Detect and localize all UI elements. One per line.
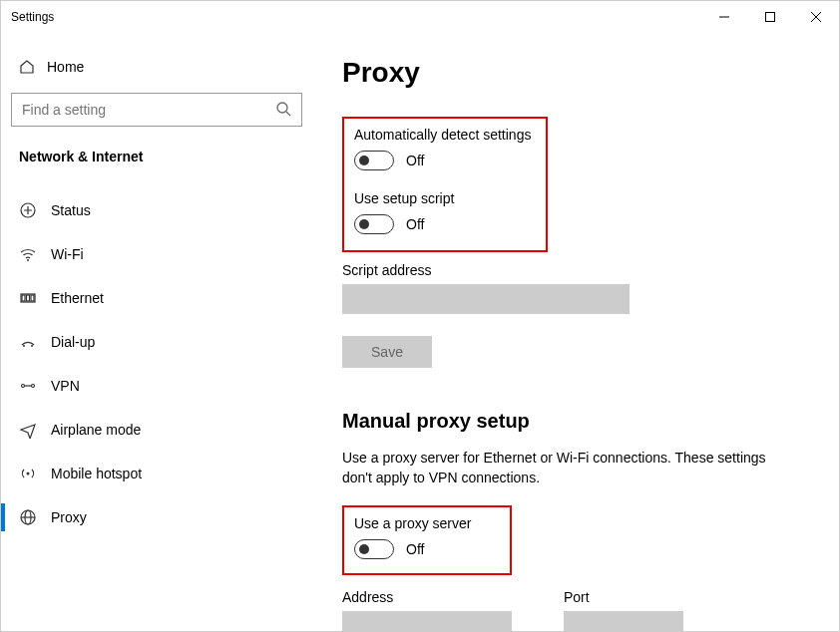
main-panel: Proxy Automatically detect settings Off … xyxy=(312,33,839,631)
sidebar-item-hotspot[interactable]: Mobile hotspot xyxy=(7,452,306,495)
sidebar-item-ethernet[interactable]: Ethernet xyxy=(7,276,306,320)
vpn-icon xyxy=(19,377,51,395)
auto-detect-toggle[interactable] xyxy=(354,151,394,170)
page-title: Proxy xyxy=(342,57,815,89)
highlight-auto-section: Automatically detect settings Off Use se… xyxy=(342,117,548,252)
svg-point-13 xyxy=(31,345,33,347)
ethernet-icon xyxy=(19,289,51,307)
svg-rect-9 xyxy=(22,295,25,301)
manual-desc: Use a proxy server for Ethernet or Wi-Fi… xyxy=(342,449,781,487)
auto-detect-label: Automatically detect settings xyxy=(354,127,536,143)
sidebar: Home Network & Internet Status xyxy=(1,33,312,631)
home-button[interactable]: Home xyxy=(7,47,306,87)
svg-point-14 xyxy=(22,385,25,388)
sidebar-item-label: VPN xyxy=(51,378,80,394)
svg-point-15 xyxy=(32,385,35,388)
sidebar-item-wifi[interactable]: Wi-Fi xyxy=(7,232,306,276)
sidebar-item-label: Airplane mode xyxy=(51,422,141,438)
sidebar-item-label: Wi-Fi xyxy=(51,246,84,262)
svg-point-4 xyxy=(277,103,287,113)
sidebar-item-dialup[interactable]: Dial-up xyxy=(7,320,306,364)
port-input[interactable] xyxy=(564,611,683,631)
search-box[interactable] xyxy=(11,93,302,127)
sidebar-item-label: Status xyxy=(51,202,91,218)
address-label: Address xyxy=(342,589,512,605)
maximize-button[interactable] xyxy=(747,1,793,33)
window-title: Settings xyxy=(11,10,54,24)
use-proxy-state: Off xyxy=(406,541,424,557)
use-proxy-label: Use a proxy server xyxy=(354,515,500,531)
home-icon xyxy=(19,59,47,75)
setup-script-label: Use setup script xyxy=(354,190,536,206)
svg-line-5 xyxy=(286,112,290,116)
hotspot-icon xyxy=(19,465,51,482)
window-controls xyxy=(701,1,839,33)
sidebar-item-airplane[interactable]: Airplane mode xyxy=(7,408,306,452)
script-address-label: Script address xyxy=(342,262,815,278)
use-proxy-toggle[interactable] xyxy=(354,539,394,559)
sidebar-item-label: Proxy xyxy=(51,509,87,525)
svg-rect-1 xyxy=(766,13,775,22)
port-label: Port xyxy=(564,589,683,605)
svg-point-7 xyxy=(27,259,29,261)
proxy-icon xyxy=(19,508,51,526)
setup-script-toggle[interactable] xyxy=(354,214,394,234)
sidebar-item-label: Dial-up xyxy=(51,334,95,350)
save-button[interactable]: Save xyxy=(342,336,432,368)
home-label: Home xyxy=(47,59,84,75)
script-address-input[interactable] xyxy=(342,284,630,314)
svg-rect-11 xyxy=(31,295,34,301)
titlebar: Settings xyxy=(1,1,839,33)
auto-detect-state: Off xyxy=(406,153,424,168)
sidebar-item-status[interactable]: Status xyxy=(7,188,306,232)
manual-title: Manual proxy setup xyxy=(342,410,815,433)
setup-script-state: Off xyxy=(406,216,424,232)
status-icon xyxy=(19,201,51,219)
sidebar-item-label: Mobile hotspot xyxy=(51,466,142,481)
minimize-button[interactable] xyxy=(701,1,747,33)
highlight-proxy-section: Use a proxy server Off xyxy=(342,505,512,575)
svg-point-16 xyxy=(27,473,30,475)
svg-rect-10 xyxy=(27,295,30,301)
sidebar-item-vpn[interactable]: VPN xyxy=(7,364,306,408)
close-button[interactable] xyxy=(793,1,839,33)
wifi-icon xyxy=(19,245,51,263)
airplane-icon xyxy=(19,421,51,439)
dialup-icon xyxy=(19,333,51,351)
address-input[interactable] xyxy=(342,611,512,631)
sidebar-item-label: Ethernet xyxy=(51,290,104,306)
svg-point-12 xyxy=(23,345,25,347)
sidebar-item-proxy[interactable]: Proxy xyxy=(7,495,306,539)
sidebar-section-header: Network & Internet xyxy=(7,139,306,178)
search-icon xyxy=(275,101,291,120)
search-input[interactable] xyxy=(22,102,275,118)
